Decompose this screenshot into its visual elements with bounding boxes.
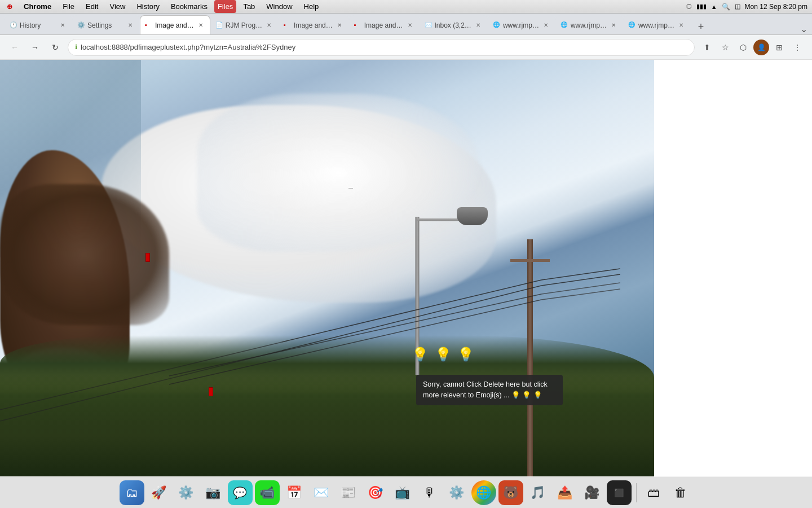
tab-image-and-1[interactable]: ▪ Image and… ✕ [140,15,210,34]
red-marker-2[interactable] [209,387,213,396]
menu-bookmarks[interactable]: Bookmarks [166,0,212,13]
tab-inbox-close[interactable]: ✕ [474,21,483,30]
back-button[interactable]: ← [7,40,23,55]
tab-rjmp-label-3: www.rjmp… [638,21,674,29]
webpage[interactable]: — 💡 💡 💡 Sorry, cannot Click Delete here … [0,60,654,476]
control-center-icon[interactable]: ◫ [735,3,740,10]
dock-bear[interactable]: 🐻 [498,480,523,505]
dock-podcasts[interactable]: 🎙 [417,480,442,505]
tab-rjmp-1[interactable]: 🌐 www.rjmp… ✕ [488,15,555,34]
tab-history-close[interactable]: ✕ [58,21,67,30]
tab-rjm-favicon: 📄 [215,21,223,29]
new-tab-button[interactable]: + [693,19,709,34]
tab-rjmp-2[interactable]: 🌐 www.rjmp… ✕ [555,15,623,34]
tab-image-favicon-2: ▪ [284,21,292,29]
lamp-emojis: 💡 💡 💡 [412,347,475,362]
tab-image-favicon-3: ▪ [354,21,362,29]
tab-image-favicon-1: ▪ [145,21,153,29]
dock-settings2[interactable]: ⚙️ [444,480,469,505]
pole-crossarm [510,259,550,262]
dock-finder2[interactable]: 🗃 [641,480,666,505]
tab-image-label-2: Image and… [294,21,333,29]
extensions-button[interactable]: ⬡ [735,40,751,55]
dock-calendar[interactable]: 📅 [282,480,307,505]
dock-terminal[interactable]: ⬛ [607,480,632,505]
tab-bar: 🕐 History ✕ ⚙️ Settings ✕ ▪ Image and… ✕… [0,14,812,35]
apple-logo[interactable]: ⊕ [5,2,15,12]
reload-button[interactable]: ↻ [47,40,63,55]
battery-icon[interactable]: ▮▮▮ [696,3,707,10]
tooltip-text: Sorry, cannot Click Delete here but clic… [423,380,548,399]
tab-image-and-2[interactable]: ▪ Image and… ✕ [279,15,349,34]
tab-settings-close[interactable]: ✕ [126,21,135,30]
tab-rjm-prog[interactable]: 📄 RJM Prog… ✕ [210,15,279,34]
tab-rjmp-close-1[interactable]: ✕ [541,21,550,30]
tree-left-extra [0,184,169,325]
dock-appletv[interactable]: 📺 [390,480,415,505]
tab-rjm-close[interactable]: ✕ [264,21,273,30]
menu-chrome[interactable]: Chrome [19,0,56,13]
dock-mail[interactable]: ✉️ [309,480,334,505]
tab-rjmp-close-2[interactable]: ✕ [609,21,618,30]
dock-finder[interactable]: 🗂 [120,480,144,505]
tab-rjmp-close-3[interactable]: ✕ [677,21,686,30]
menu-window[interactable]: Window [262,0,297,13]
tab-image-label-3: Image and… [364,21,403,29]
bluetooth-icon[interactable]: ⬡ [686,3,692,10]
tooltip-box: Sorry, cannot Click Delete here but clic… [416,375,563,405]
dock-preferences[interactable]: ⚙️ [174,480,198,505]
tab-history[interactable]: 🕐 History ✕ [5,15,72,34]
menu-button[interactable]: ⋮ [789,40,805,55]
tab-image-close-3[interactable]: ✕ [405,21,414,30]
menu-history[interactable]: History [132,0,164,13]
forward-button[interactable]: → [27,40,43,55]
sidebar-toggle[interactable]: ⊞ [771,40,787,55]
clock: Mon 12 Sep 8:20 pm [745,3,807,11]
dock-news[interactable]: 📰 [336,480,361,505]
menu-bar-right: ⬡ ▮▮▮ ▲ 🔍 ◫ Mon 12 Sep 8:20 pm [686,3,807,11]
menu-bar: ⊕ Chrome File Edit View History Bookmark… [0,0,812,14]
red-marker-1[interactable] [145,253,150,262]
tab-rjmp-favicon-1: 🌐 [493,21,501,29]
dock-messages[interactable]: 💬 [228,480,253,505]
menu-files[interactable]: Files [214,0,236,13]
tab-image-close-2[interactable]: ✕ [335,21,344,30]
dock: 🗂 🚀 ⚙️ 📷 💬 📹 📅 ✉️ 📰 🎯 📺 🎙 ⚙️ 🌐 🐻 🎵 📤 🎥 ⬛… [0,476,812,508]
dock-filezilla[interactable]: 📤 [553,480,577,505]
dock-photos[interactable]: 📷 [201,480,226,505]
dock-music[interactable]: 🎵 [526,480,550,505]
bookmark-button[interactable]: ☆ [717,40,733,55]
menu-file[interactable]: File [58,0,79,13]
dock-chrome[interactable]: 🌐 [471,480,496,505]
dock-zoom[interactable]: 🎥 [580,480,604,505]
tab-image-label-1: Image and… [155,21,194,29]
url-bar[interactable]: ℹ localhost:8888/pdfimageplustext.php?my… [68,39,695,56]
tab-inbox-favicon: ✉️ [425,21,433,29]
tab-overflow[interactable]: ⌄ [800,24,812,34]
tab-settings[interactable]: ⚙️ Settings ✕ [72,15,140,34]
right-sidebar [654,60,812,476]
menu-tab[interactable]: Tab [239,0,259,13]
dock-appstore[interactable]: 🎯 [363,480,388,505]
tab-rjmp-3[interactable]: 🌐 www.rjmp… ✕ [623,15,691,34]
tab-inbox-label: Inbox (3,2… [435,21,471,29]
dock-trash[interactable]: 🗑 [668,480,693,505]
url-text: localhost:8888/pdfimageplustext.php?mytz… [81,43,687,51]
dock-facetime[interactable]: 📹 [255,480,280,505]
tab-inbox[interactable]: ✉️ Inbox (3,2… ✕ [420,15,488,34]
tab-rjmp-label-2: www.rjmp… [571,21,607,29]
tab-image-close-1[interactable]: ✕ [196,21,205,30]
dock-launchpad[interactable]: 🚀 [147,480,171,505]
chrome-window: 🕐 History ✕ ⚙️ Settings ✕ ▪ Image and… ✕… [0,14,812,476]
menu-help[interactable]: Help [299,0,324,13]
menu-view[interactable]: View [105,0,130,13]
menu-edit[interactable]: Edit [81,0,103,13]
wifi-icon[interactable]: ▲ [711,3,717,10]
tab-history-favicon: 🕐 [10,21,17,29]
profile-button[interactable]: 👤 [753,40,769,55]
share-button[interactable]: ⬆ [699,40,715,55]
search-icon[interactable]: 🔍 [722,3,730,11]
address-bar: ← → ↻ ℹ localhost:8888/pdfimageplustext.… [0,35,812,60]
address-bar-actions: ⬆ ☆ ⬡ 👤 ⊞ ⋮ [699,40,805,55]
tab-image-and-3[interactable]: ▪ Image and… ✕ [349,15,420,34]
